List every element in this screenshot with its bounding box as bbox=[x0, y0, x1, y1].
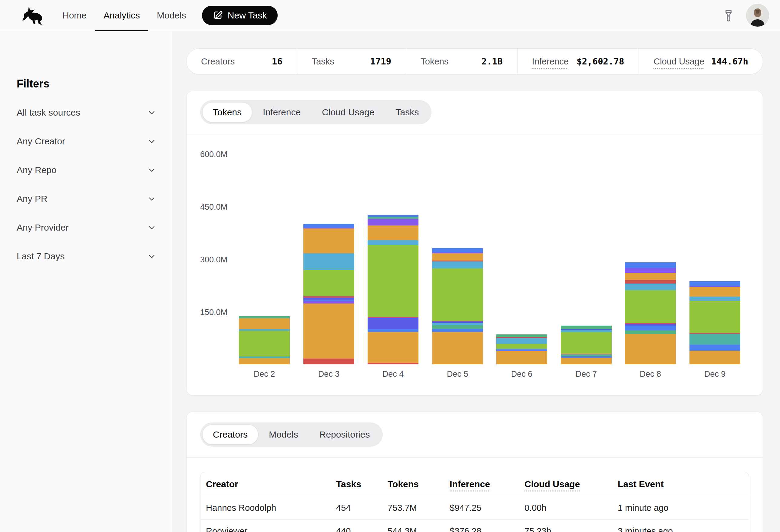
cell-inference: $376.28 bbox=[450, 526, 525, 532]
tab-cloud-usage[interactable]: Cloud Usage bbox=[311, 102, 385, 122]
col-header-inference: Inference bbox=[450, 479, 525, 489]
filter-dropdown-any-repo[interactable]: Any Repo bbox=[17, 162, 156, 178]
stacked-bar-dec-9[interactable] bbox=[689, 281, 740, 364]
bar-segment-green bbox=[496, 344, 547, 349]
table-row[interactable]: Rooviewer440544.3M$376.2875.23h3 minutes… bbox=[200, 520, 749, 532]
filter-list: All task sourcesAny CreatorAny RepoAny P… bbox=[17, 105, 156, 277]
tab-tokens[interactable]: Tokens bbox=[202, 102, 252, 122]
col-header-label: Tasks bbox=[336, 479, 361, 489]
bar-segment-green bbox=[368, 245, 419, 317]
stacked-bar-dec-3[interactable] bbox=[303, 224, 354, 364]
bar-segment-blue bbox=[689, 281, 740, 286]
bar-segment-orange bbox=[368, 225, 419, 240]
col-header-label[interactable]: Cloud Usage bbox=[525, 479, 580, 489]
y-axis-tick: 450.0M bbox=[200, 202, 234, 212]
bar-segment-red bbox=[368, 363, 419, 364]
top-nav: Home Analytics Models New Task bbox=[0, 0, 780, 31]
nav-item-home[interactable]: Home bbox=[54, 0, 95, 31]
cell-last-event: 1 minute ago bbox=[618, 503, 749, 513]
bar-segment-seagreen bbox=[561, 326, 612, 329]
filter-dropdown-any-provider[interactable]: Any Provider bbox=[17, 220, 156, 235]
nav-item-models[interactable]: Models bbox=[148, 0, 195, 31]
cell-tasks: 440 bbox=[336, 526, 388, 532]
x-axis-label: Dec 7 bbox=[561, 370, 612, 379]
stat-value: 16 bbox=[272, 56, 283, 66]
x-axis-label: Dec 5 bbox=[432, 370, 483, 379]
col-header-cloud-usage: Cloud Usage bbox=[525, 479, 618, 489]
stat-creators: Creators16 bbox=[187, 49, 297, 74]
bar-segment-blue bbox=[432, 248, 483, 252]
tab-repositories[interactable]: Repositories bbox=[309, 425, 381, 444]
stacked-bar-dec-8[interactable] bbox=[625, 262, 676, 364]
col-header-label[interactable]: Inference bbox=[450, 479, 490, 489]
bar-segment-skyblue bbox=[625, 283, 676, 290]
col-header-label: Last Event bbox=[618, 479, 664, 489]
stat-tokens: Tokens2.1B bbox=[406, 49, 518, 74]
stat-value: 1719 bbox=[370, 56, 391, 66]
stat-value: $2,602.78 bbox=[577, 56, 624, 66]
col-header-tasks: Tasks bbox=[336, 479, 388, 489]
bar-segment-orange bbox=[561, 358, 612, 364]
bar-segment-red bbox=[625, 280, 676, 283]
stat-label[interactable]: Inference bbox=[532, 57, 569, 66]
bar-segment-green bbox=[432, 268, 483, 321]
table-row[interactable]: Hannes Roodolph454753.7M$947.250.00h1 mi… bbox=[200, 496, 749, 520]
bar-segment-orange bbox=[368, 332, 419, 363]
nav-item-analytics[interactable]: Analytics bbox=[95, 0, 148, 31]
filter-dropdown-last-7-days[interactable]: Last 7 Days bbox=[17, 249, 156, 264]
filter-label: Any Provider bbox=[17, 222, 69, 233]
bar-segment-orange bbox=[432, 253, 483, 261]
bar-segment-blue bbox=[368, 329, 419, 332]
filter-label: Any Creator bbox=[17, 136, 65, 147]
leaderboard-card-divider bbox=[187, 457, 763, 458]
bar-segment-purple bbox=[303, 301, 354, 304]
bar-segment-red bbox=[303, 359, 354, 364]
new-task-button[interactable]: New Task bbox=[202, 6, 278, 25]
cell-tasks: 454 bbox=[336, 503, 388, 513]
kangaroo-logo[interactable] bbox=[21, 5, 49, 26]
filter-dropdown-any-pr[interactable]: Any PR bbox=[17, 191, 156, 206]
x-axis-label: Dec 3 bbox=[303, 370, 354, 379]
bar-segment-skyblue bbox=[432, 323, 483, 325]
filter-label: Any PR bbox=[17, 194, 48, 204]
kangaroo-logo-glyph bbox=[22, 5, 48, 26]
tab-tasks[interactable]: Tasks bbox=[385, 102, 430, 122]
filter-dropdown-any-creator[interactable]: Any Creator bbox=[17, 134, 156, 149]
stat-inference: Inference$2,602.78 bbox=[518, 49, 639, 74]
chevron-down-icon bbox=[147, 223, 156, 232]
bar-segment-purple bbox=[368, 219, 419, 225]
bar-segment-green bbox=[625, 290, 676, 323]
tab-models[interactable]: Models bbox=[258, 425, 309, 444]
bar-segment-blue bbox=[432, 329, 483, 332]
filter-dropdown-all-task-sources[interactable]: All task sources bbox=[17, 105, 156, 120]
bar-segment-orange bbox=[625, 334, 676, 364]
cell-last-event: 3 minutes ago bbox=[618, 526, 749, 532]
tab-inference[interactable]: Inference bbox=[252, 102, 311, 122]
nav-right-group bbox=[723, 4, 769, 27]
flashlight-icon[interactable] bbox=[723, 8, 736, 23]
col-header-tokens: Tokens bbox=[388, 479, 450, 489]
chevron-down-icon bbox=[147, 108, 156, 117]
cell-tokens: 544.3M bbox=[388, 526, 450, 532]
stat-label: Creators bbox=[201, 57, 235, 66]
x-axis-label: Dec 6 bbox=[496, 370, 547, 379]
bar-segment-purple bbox=[625, 268, 676, 273]
chevron-down-icon bbox=[147, 252, 156, 261]
stat-label[interactable]: Cloud Usage bbox=[653, 57, 704, 66]
bar-segment-seagreen bbox=[239, 316, 290, 318]
cell-cloud-usage: 75.23h bbox=[525, 526, 618, 532]
tab-creators[interactable]: Creators bbox=[202, 425, 258, 444]
bar-segment-blue bbox=[625, 262, 676, 268]
stacked-bar-dec-6[interactable] bbox=[496, 334, 547, 364]
chevron-down-icon bbox=[147, 137, 156, 146]
col-header-label: Tokens bbox=[388, 479, 419, 489]
stacked-bar-dec-7[interactable] bbox=[561, 326, 612, 364]
col-header-creator: Creator bbox=[200, 479, 336, 489]
stacked-bar-dec-2[interactable] bbox=[239, 316, 290, 364]
stacked-bar-dec-4[interactable] bbox=[368, 215, 419, 364]
stacked-bar-dec-5[interactable] bbox=[432, 248, 483, 364]
stat-value: 2.1B bbox=[481, 56, 503, 66]
user-avatar[interactable] bbox=[746, 4, 769, 27]
filters-sidebar: Filters All task sourcesAny CreatorAny R… bbox=[0, 32, 171, 532]
bar-segment-green bbox=[561, 332, 612, 354]
